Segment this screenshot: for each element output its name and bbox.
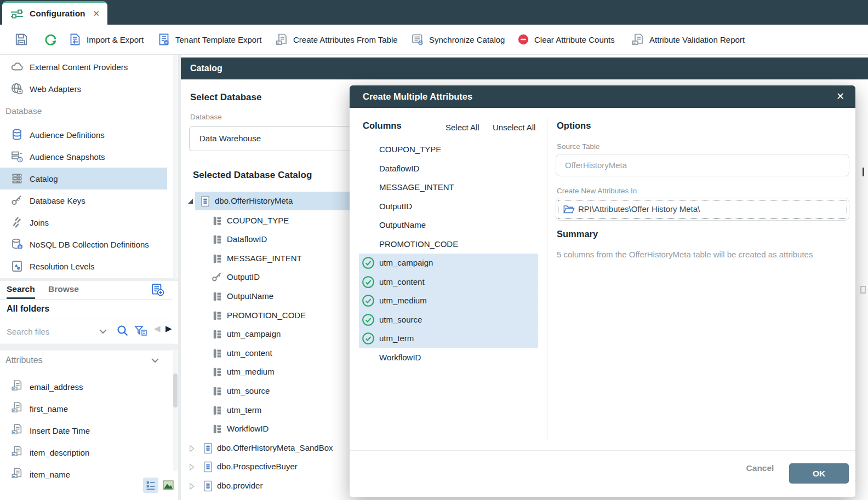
database-icon	[10, 128, 24, 141]
scrollbar-thumb[interactable]	[173, 373, 178, 407]
dialog-header: Create Multiple Attributes ✕	[350, 85, 855, 108]
list-view-button[interactable]	[143, 478, 158, 493]
import-export-button[interactable]: Import & Export	[68, 25, 144, 54]
attribute-item[interactable]: item_description	[0, 441, 170, 463]
tab-search[interactable]: Search	[7, 281, 35, 299]
search-icon[interactable]	[116, 324, 129, 340]
sidebar-item-catalog[interactable]: Catalog	[0, 168, 167, 189]
column-option-selected[interactable]: utm_campaign	[359, 254, 538, 273]
chevron-down-icon[interactable]	[98, 326, 108, 339]
column-option-selected[interactable]: utm_content	[359, 273, 538, 292]
dialog-footer: Cancel OK	[350, 450, 855, 497]
attributes-header[interactable]: Attributes	[0, 350, 173, 370]
columns-list: COUPON_TYPE DataflowID MESSAGE_INTENT Ou…	[359, 140, 538, 367]
clear-attribute-counts-button[interactable]: Clear Attribute Counts	[517, 25, 615, 54]
save-button[interactable]	[14, 25, 28, 54]
select-database-heading: Select Database	[190, 92, 261, 103]
attribute-item[interactable]: email_address	[0, 376, 170, 398]
column-icon	[211, 290, 224, 305]
expander-collapsed-icon[interactable]	[187, 481, 197, 493]
document-check-icon	[157, 33, 170, 46]
refresh-icon	[44, 33, 58, 47]
attribute-document-icon	[11, 423, 24, 438]
previous-arrow-icon[interactable]: ◀	[154, 324, 161, 334]
search-row: ◀ ▶	[0, 319, 173, 343]
sidebar-item-audience-definitions[interactable]: Audience Definitions	[0, 124, 167, 146]
sidebar-scrollbar[interactable]	[173, 55, 178, 279]
globe-icon	[10, 82, 24, 95]
attribute-item[interactable]: Insert Date Time	[0, 419, 170, 441]
source-table-input[interactable]	[556, 154, 849, 176]
tenant-template-export-button[interactable]: Tenant Template Export	[157, 25, 261, 54]
catalog-panel-header: Catalog	[181, 58, 868, 79]
column-option[interactable]: OutputID	[359, 197, 538, 216]
column-icon	[211, 366, 224, 381]
column-option-selected[interactable]: utm_term	[359, 329, 538, 348]
attribute-document-icon	[11, 401, 24, 416]
folder-open-icon	[563, 204, 575, 217]
source-table-label: Source Table	[557, 142, 600, 151]
image-view-icon	[162, 479, 175, 492]
sidebar-item-nosql-db-collection-definitions[interactable]: NoSQL DB Collection Definitions	[0, 233, 167, 255]
select-all-button[interactable]: Select All	[446, 123, 479, 132]
all-folders-row[interactable]: All folders	[0, 300, 173, 319]
column-option[interactable]: OutputName	[359, 216, 538, 235]
table-icon	[202, 461, 214, 475]
server-icon	[10, 172, 24, 185]
options-heading: Options	[557, 120, 591, 131]
column-icon	[211, 404, 224, 419]
sidebar-item-database-keys[interactable]: Database Keys	[0, 189, 167, 211]
sidebar-item-audience-snapshots[interactable]: Audience Snapshots	[0, 146, 167, 168]
dialog-divider	[547, 117, 547, 440]
column-option[interactable]: MESSAGE_INTENT	[359, 178, 538, 197]
cloud-icon	[10, 61, 24, 73]
chevron-down-icon[interactable]	[150, 355, 161, 368]
create-attributes-from-table-button[interactable]: Create Attributes From Table	[275, 25, 398, 54]
table-icon	[199, 195, 212, 210]
sidebar-section-database: Database	[5, 106, 42, 116]
sidebar-item-external-content-providers[interactable]: External Content Providers	[0, 56, 167, 78]
create-in-folder-field[interactable]: RPI\Attributes\Offer History Meta\	[556, 198, 849, 221]
column-option-selected[interactable]: utm_source	[359, 311, 538, 330]
close-dialog-icon[interactable]: ✕	[836, 85, 844, 108]
close-tab-icon[interactable]: ✕	[93, 3, 100, 25]
column-option-selected[interactable]: utm_medium	[359, 291, 538, 311]
tab-browse[interactable]: Browse	[48, 281, 79, 297]
synchronize-catalog-button[interactable]: Synchronize Catalog	[411, 25, 505, 54]
sidebar: External Content Providers Web Adapters …	[0, 55, 178, 500]
attribute-validation-report-button[interactable]: Attribute Validation Report	[631, 25, 745, 54]
expander-collapsed-icon[interactable]	[187, 444, 197, 456]
background-fragment	[863, 168, 864, 176]
check-circle-icon	[362, 313, 375, 329]
sidebar-item-resolution-levels[interactable]: Resolution Levels	[0, 255, 167, 277]
attribute-item[interactable]: first_name	[0, 398, 170, 419]
attribute-document-icon	[11, 380, 24, 394]
ok-button[interactable]: OK	[789, 463, 849, 484]
sidebar-item-web-adapters[interactable]: Web Adapters	[0, 78, 167, 100]
column-icon	[211, 233, 224, 248]
filter-icon[interactable]	[134, 324, 148, 340]
column-icon	[211, 423, 224, 438]
next-arrow-icon[interactable]: ▶	[165, 324, 172, 334]
tab-configuration[interactable]: Configuration ✕	[2, 1, 107, 25]
check-circle-icon	[362, 275, 375, 291]
search-input[interactable]	[7, 324, 94, 339]
unselect-all-button[interactable]: Unselect All	[493, 123, 535, 132]
column-option[interactable]: DataflowID	[359, 159, 538, 179]
sidebar-item-joins[interactable]: Joins	[0, 211, 167, 233]
image-view-button[interactable]	[161, 478, 176, 493]
add-document-icon[interactable]	[151, 283, 165, 299]
expander-expanded-icon[interactable]	[188, 199, 193, 204]
column-option[interactable]: PROMOTION_CODE	[359, 235, 538, 254]
attributes-scrollbar[interactable]	[173, 350, 178, 471]
create-in-path: RPI\Attributes\Offer History Meta\	[578, 198, 700, 220]
cancel-button[interactable]: Cancel	[742, 458, 778, 478]
toolbar: Import & Export Tenant Template Export C…	[0, 25, 868, 55]
column-option[interactable]: WorkflowID	[359, 348, 538, 367]
database-select[interactable]: Data Warehouse	[189, 126, 362, 151]
refresh-button[interactable]	[44, 25, 58, 54]
column-option[interactable]: COUPON_TYPE	[359, 140, 538, 159]
document-arrow-icon	[68, 33, 82, 46]
list-sync-icon	[411, 33, 424, 46]
expander-collapsed-icon[interactable]	[187, 462, 197, 474]
